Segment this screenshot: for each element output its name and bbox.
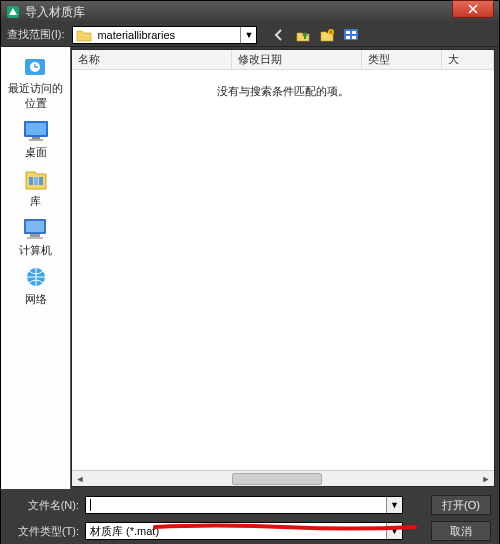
- scroll-thumb[interactable]: [232, 473, 322, 485]
- scope-label: 查找范围(I):: [7, 27, 64, 42]
- svg-rect-12: [29, 139, 43, 141]
- svg-rect-3: [346, 31, 350, 34]
- dialog-body: 最近访问的位置 桌面 库 计算机 网络 名称 修改日期: [1, 47, 499, 489]
- svg-rect-13: [29, 177, 33, 185]
- sidebar-item-desktop[interactable]: 桌面: [4, 117, 68, 160]
- sidebar-item-network[interactable]: 网络: [4, 264, 68, 307]
- toolbar-icons: [271, 27, 359, 43]
- titlebar: 导入材质库: [1, 1, 499, 23]
- network-icon: [20, 264, 52, 292]
- desktop-icon: [20, 117, 52, 145]
- libraries-icon: [20, 166, 52, 194]
- horizontal-scrollbar[interactable]: ◄ ►: [72, 470, 494, 486]
- svg-rect-14: [34, 177, 38, 185]
- filename-label: 文件名(N):: [9, 498, 79, 513]
- app-icon: [6, 5, 20, 19]
- close-button[interactable]: [452, 0, 494, 18]
- sidebar-item-recent[interactable]: 最近访问的位置: [4, 53, 68, 111]
- path-combobox[interactable]: materiallibraries ▼: [72, 26, 257, 44]
- svg-rect-5: [346, 36, 350, 39]
- sidebar-item-label: 库: [30, 194, 41, 209]
- svg-rect-19: [27, 237, 43, 239]
- svg-rect-15: [39, 177, 43, 185]
- recent-icon: [20, 53, 52, 81]
- filename-dropdown-arrow[interactable]: ▼: [386, 497, 402, 513]
- svg-rect-11: [32, 137, 40, 139]
- scroll-right-arrow[interactable]: ►: [478, 472, 494, 486]
- new-folder-icon[interactable]: [319, 27, 335, 43]
- cancel-button[interactable]: 取消: [431, 521, 491, 541]
- svg-rect-17: [26, 221, 44, 232]
- back-icon[interactable]: [271, 27, 287, 43]
- sidebar-item-label: 网络: [25, 292, 47, 307]
- toolbar: 查找范围(I): materiallibraries ▼: [1, 23, 499, 47]
- window-title: 导入材质库: [25, 4, 499, 21]
- column-date[interactable]: 修改日期: [232, 50, 362, 69]
- column-name[interactable]: 名称: [72, 50, 232, 69]
- svg-rect-18: [30, 234, 40, 237]
- up-icon[interactable]: [295, 27, 311, 43]
- svg-rect-10: [26, 123, 46, 135]
- filetype-dropdown-arrow[interactable]: ▼: [386, 523, 402, 539]
- path-text: materiallibraries: [95, 29, 240, 41]
- sidebar-item-libraries[interactable]: 库: [4, 166, 68, 209]
- path-dropdown-arrow[interactable]: ▼: [240, 27, 256, 43]
- sidebar-item-label: 最近访问的位置: [4, 81, 68, 111]
- filetype-combobox[interactable]: 材质库 (*.mat) ▼: [85, 522, 403, 540]
- sidebar-item-computer[interactable]: 计算机: [4, 215, 68, 258]
- filename-input[interactable]: ▼: [85, 496, 403, 514]
- bottom-panel: 文件名(N): ▼ 打开(O) 文件类型(T): 材质库 (*.mat) ▼ 取…: [1, 489, 499, 544]
- scroll-left-arrow[interactable]: ◄: [72, 472, 88, 486]
- sidebar-item-label: 桌面: [25, 145, 47, 160]
- filetype-label: 文件类型(T):: [9, 524, 79, 539]
- column-type[interactable]: 类型: [362, 50, 442, 69]
- column-headers: 名称 修改日期 类型 大: [72, 50, 494, 70]
- filetype-value: 材质库 (*.mat): [86, 524, 386, 539]
- open-button[interactable]: 打开(O): [431, 495, 491, 515]
- column-size[interactable]: 大: [442, 50, 494, 69]
- computer-icon: [20, 215, 52, 243]
- dialog-window: 导入材质库 查找范围(I): materiallibraries ▼ 最近访问的…: [0, 0, 500, 544]
- file-list-panel: 名称 修改日期 类型 大 没有与搜索条件匹配的项。 ◄ ►: [71, 49, 495, 487]
- file-area[interactable]: 没有与搜索条件匹配的项。: [72, 70, 494, 470]
- empty-message: 没有与搜索条件匹配的项。: [72, 84, 494, 99]
- sidebar-item-label: 计算机: [19, 243, 52, 258]
- folder-icon: [76, 28, 92, 42]
- svg-rect-4: [352, 31, 356, 34]
- svg-rect-6: [352, 36, 356, 39]
- text-cursor: [90, 499, 91, 511]
- view-menu-icon[interactable]: [343, 27, 359, 43]
- places-sidebar: 最近访问的位置 桌面 库 计算机 网络: [1, 47, 71, 489]
